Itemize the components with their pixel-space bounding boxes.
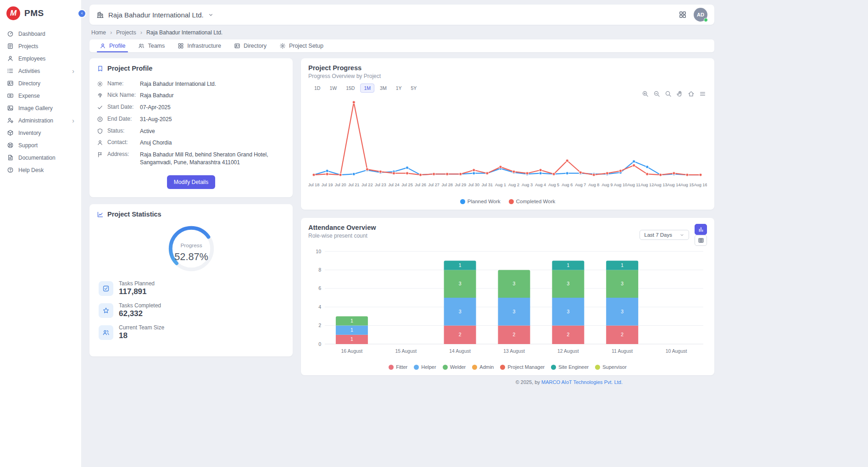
team-size-icon <box>102 329 110 336</box>
sidebar-item-documentation[interactable]: Documentation <box>0 151 81 164</box>
nickname-icon <box>97 92 103 99</box>
stat-value: 18 <box>119 331 164 340</box>
sidebar: M PMS Dashboard Projects Employees Activ… <box>0 0 82 467</box>
start-date-icon <box>97 104 103 111</box>
sidebar-item-expense[interactable]: Expense <box>0 89 81 102</box>
legend-item-helper[interactable]: Helper <box>414 364 436 370</box>
avatar[interactable]: AD <box>694 8 707 22</box>
sidebar-item-projects[interactable]: Projects <box>0 40 81 52</box>
home-icon[interactable] <box>688 90 695 97</box>
support-icon <box>7 142 14 149</box>
svg-text:Aug 4: Aug 4 <box>535 183 546 187</box>
profile-field-name: Name: Raja Bahadur International Ltd. <box>97 78 285 90</box>
zoom-out-icon[interactable] <box>653 90 660 97</box>
sidebar-item-administration[interactable]: Administration › <box>0 114 81 127</box>
breadcrumb-separator: › <box>140 29 142 36</box>
directory-icon <box>7 80 14 87</box>
legend-item-planned-work[interactable]: Planned Work <box>460 199 501 204</box>
view-toggle-table-icon[interactable] <box>695 235 707 246</box>
company-selector[interactable]: Raja Bahadur International Ltd. <box>96 11 214 19</box>
tab-profile[interactable]: Profile <box>93 39 132 52</box>
zoom-in-icon[interactable] <box>642 90 649 97</box>
statistics-icon <box>97 211 104 218</box>
apps-grid-icon[interactable] <box>679 11 687 19</box>
tab-project-setup[interactable]: Project Setup <box>273 39 330 52</box>
gauge-label: Progress <box>180 242 202 249</box>
infrastructure-icon <box>178 43 184 49</box>
range-button-1m[interactable]: 1M <box>360 83 374 93</box>
sidebar-item-directory[interactable]: Directory <box>0 77 81 89</box>
range-button-3m[interactable]: 3M <box>376 83 390 93</box>
help-desk-icon <box>7 167 14 173</box>
breadcrumb-item-projects[interactable]: Projects <box>116 29 136 36</box>
svg-text:Aug 8: Aug 8 <box>588 183 599 187</box>
range-button-1w[interactable]: 1W <box>326 83 340 93</box>
range-button-15d[interactable]: 15D <box>342 83 358 93</box>
svg-text:Aug 3: Aug 3 <box>522 183 533 187</box>
svg-text:2: 2 <box>459 332 462 337</box>
field-label: Start Date: <box>107 104 136 110</box>
inventory-icon <box>7 129 14 136</box>
progress-line-chart[interactable]: Jul 18Jul 19Jul 20Jul 21Jul 22Jul 23Jul … <box>308 95 707 196</box>
tab-teams[interactable]: Teams <box>132 39 171 52</box>
legend-item-completed-work[interactable]: Completed Work <box>509 199 555 204</box>
activities-icon <box>7 67 14 74</box>
sidebar-item-label: Inventory <box>18 130 41 136</box>
svg-text:Jul 24: Jul 24 <box>388 183 400 187</box>
svg-text:1: 1 <box>567 262 569 268</box>
avatar-initials: AD <box>697 12 704 17</box>
tab-label: Project Setup <box>289 43 323 49</box>
attendance-overview-card: Attendance Overview Role-wise present co… <box>301 218 714 375</box>
sidebar-item-activities[interactable]: Activities › <box>0 65 81 77</box>
tasks-planned-icon <box>102 285 110 292</box>
tab-label: Infrastructure <box>187 43 221 49</box>
progress-chart-legend: Planned Work Completed Work <box>308 196 707 206</box>
legend-item-project-manager[interactable]: Project Manager <box>500 364 545 370</box>
range-button-1d[interactable]: 1D <box>311 83 324 93</box>
range-button-5y[interactable]: 5Y <box>407 83 420 93</box>
attendance-bar-chart[interactable]: 024681016 August11115 August14 August233… <box>308 248 707 362</box>
breadcrumb-item-home[interactable]: Home <box>91 29 106 36</box>
sidebar-item-inventory[interactable]: Inventory <box>0 127 81 139</box>
legend-item-admin[interactable]: Admin <box>472 364 494 370</box>
legend-item-fitter[interactable]: Fitter <box>389 364 407 370</box>
attendance-range-select[interactable]: Last 7 Days <box>640 230 689 240</box>
stat-value: 62,332 <box>119 309 161 318</box>
tab-infrastructure[interactable]: Infrastructure <box>171 39 228 52</box>
profile-field-address: Address: Raja Bahadur Mill Rd, behind Sh… <box>97 149 285 169</box>
stat-label: Tasks Completed <box>119 302 161 309</box>
svg-text:Jul 25: Jul 25 <box>401 183 413 187</box>
sidebar-item-dashboard[interactable]: Dashboard <box>0 28 81 40</box>
chevron-down-icon <box>679 233 684 238</box>
pan-icon[interactable] <box>676 90 683 97</box>
tab-directory[interactable]: Directory <box>228 39 273 52</box>
project-statistics-card: Project Statistics Progress 52.87% Tasks… <box>89 204 293 356</box>
menu-icon[interactable] <box>699 90 706 97</box>
selection-zoom-icon[interactable] <box>665 90 672 97</box>
sidebar-item-help-desk[interactable]: Help Desk <box>0 164 81 176</box>
legend-item-site-engineer[interactable]: Site Engineer <box>551 364 589 370</box>
legend-item-welder[interactable]: Welder <box>443 364 466 370</box>
sidebar-item-support[interactable]: Support <box>0 139 81 151</box>
company-name: Raja Bahadur International Ltd. <box>108 11 204 19</box>
range-button-1y[interactable]: 1Y <box>392 83 406 93</box>
sidebar-item-label: Administration <box>18 117 53 124</box>
modify-details-button[interactable]: Modify Details <box>167 175 215 189</box>
sidebar-item-image-gallery[interactable]: Image Gallery <box>0 102 81 114</box>
svg-text:Aug 7: Aug 7 <box>575 183 586 187</box>
chart-toolbar <box>642 90 706 97</box>
table-icon <box>698 237 704 244</box>
sidebar-collapse-button[interactable]: ‹ <box>78 9 86 18</box>
view-toggle-bar-chart-icon[interactable] <box>695 224 707 235</box>
field-label: Address: <box>107 151 136 157</box>
field-label: Nick Name: <box>107 92 136 98</box>
footer-company-link[interactable]: MARCO AIoT Technologies Pvt. Ltd. <box>541 379 623 385</box>
legend-item-supervisor[interactable]: Supervisor <box>595 364 627 370</box>
attendance-range-value: Last 7 Days <box>644 232 672 238</box>
svg-text:Jul 26: Jul 26 <box>415 183 426 187</box>
project-setup-icon <box>279 43 286 49</box>
field-value: 31-Aug-2025 <box>140 116 285 123</box>
project-profile-title-row: Project Profile <box>97 65 285 72</box>
svg-text:10 August: 10 August <box>666 348 687 354</box>
sidebar-item-employees[interactable]: Employees <box>0 52 81 65</box>
